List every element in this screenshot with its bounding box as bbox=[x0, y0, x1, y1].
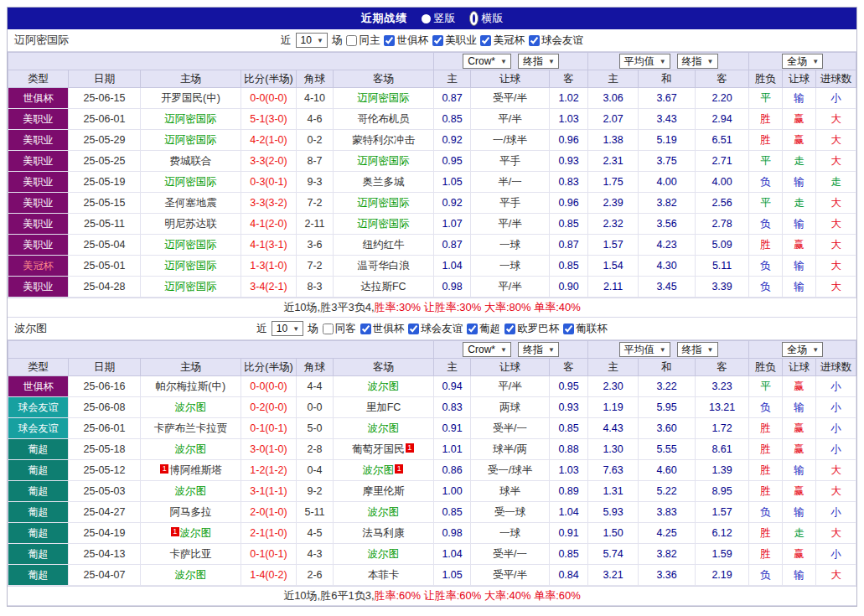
filter-league-2-checkbox[interactable] bbox=[480, 35, 491, 46]
team-link[interactable]: 开罗国民(中) bbox=[161, 92, 220, 104]
team-link[interactable]: 迈阿密国际 bbox=[357, 218, 410, 230]
bookmaker-select[interactable]: Crow*▼ bbox=[463, 342, 511, 357]
scope-select[interactable]: 全场▼ bbox=[782, 54, 823, 69]
team-link[interactable]: 明尼苏达联 bbox=[164, 218, 217, 230]
team-link[interactable]: 里加FC bbox=[366, 401, 401, 413]
team-link[interactable]: 迈阿密国际 bbox=[357, 155, 410, 167]
filter-league-2[interactable]: 葡超 bbox=[467, 322, 500, 336]
result-wdl-cell: 胜 bbox=[749, 481, 783, 502]
team-link[interactable]: 迈阿密国际 bbox=[164, 239, 217, 251]
avg-draw-cell: 5.19 bbox=[639, 130, 696, 151]
filter-same-venue-checkbox[interactable] bbox=[346, 35, 357, 46]
odds-stage-select-2[interactable]: 终指▼ bbox=[677, 342, 718, 357]
average-select[interactable]: 平均值▼ bbox=[619, 54, 670, 69]
results-table: Crow*▼ 终指▼ 平均值▼ 终指▼ 全场▼ bbox=[8, 52, 856, 298]
filter-league-1-checkbox[interactable] bbox=[432, 35, 443, 46]
filter-league-1-checkbox[interactable] bbox=[408, 324, 419, 334]
col-avg-draw: 和 bbox=[639, 359, 696, 376]
filter-league-0-checkbox[interactable] bbox=[360, 324, 371, 334]
score-cell: 4-1(2-0) bbox=[241, 214, 297, 235]
team-link[interactable]: 迈阿密国际 bbox=[164, 260, 217, 272]
team-link[interactable]: 迈阿密国际 bbox=[164, 176, 217, 188]
filter-league-4-checkbox[interactable] bbox=[563, 324, 574, 334]
filter-league-0-checkbox[interactable] bbox=[384, 35, 395, 46]
result-goals-cell: 大 bbox=[816, 277, 856, 298]
team-link[interactable]: 阿马多拉 bbox=[170, 506, 212, 518]
filter-same-venue[interactable]: 同主 bbox=[346, 34, 380, 48]
team-link[interactable]: 波尔图 bbox=[175, 401, 207, 413]
filter-league-0[interactable]: 世俱杯 bbox=[360, 322, 405, 336]
home-team-cell: 卡萨布兰卡拉贾 bbox=[141, 418, 241, 439]
filter-league-3[interactable]: 球会友谊 bbox=[529, 34, 583, 48]
bookmaker-select[interactable]: Crow*▼ bbox=[463, 54, 511, 69]
bookmaker-odds-header: Crow*▼ 终指▼ bbox=[434, 341, 588, 359]
filter-league-2-checkbox[interactable] bbox=[467, 324, 478, 334]
team-link[interactable]: 波尔图 bbox=[368, 506, 400, 518]
corner-cell: 0-0 bbox=[297, 397, 334, 418]
corner-cell: 5-11 bbox=[297, 502, 334, 523]
team-link[interactable]: 葡萄牙国民 bbox=[352, 443, 405, 455]
odds-stage-select[interactable]: 终指▼ bbox=[518, 342, 559, 357]
layout-radio-horizontal[interactable]: 横版 bbox=[469, 11, 504, 26]
filter-same-venue-checkbox[interactable] bbox=[323, 324, 334, 334]
match-row: 葡超25-04-27阿马多拉2-0(1-0)5-11波尔图0.85受一球1.04… bbox=[8, 502, 856, 523]
team-link[interactable]: 波尔图 bbox=[363, 464, 395, 476]
filter-league-2-label: 美冠杯 bbox=[493, 34, 525, 48]
team-link[interactable]: 温哥华白浪 bbox=[357, 260, 410, 272]
team-link[interactable]: 费城联合 bbox=[170, 155, 212, 167]
filter-league-1[interactable]: 球会友谊 bbox=[408, 322, 463, 336]
team-link[interactable]: 卡萨布兰卡拉贾 bbox=[154, 422, 228, 434]
avg-draw-cell: 3.83 bbox=[639, 502, 696, 523]
team-link[interactable]: 波尔图 bbox=[175, 443, 207, 455]
recent-count-select[interactable]: 10▼ bbox=[296, 33, 328, 48]
team-link[interactable]: 波尔图 bbox=[368, 422, 400, 434]
filter-league-3[interactable]: 欧罗巴杯 bbox=[504, 322, 559, 336]
team-link[interactable]: 法马利康 bbox=[363, 527, 405, 539]
recent-count-select[interactable]: 10▼ bbox=[272, 321, 303, 336]
handicap-cell: 平/半 bbox=[471, 277, 550, 298]
match-row: 葡超25-05-03波尔图3-1(1-1)9-2摩里伦斯1.00球半0.891.… bbox=[8, 481, 856, 502]
filter-league-1[interactable]: 美职业 bbox=[432, 34, 477, 48]
odds-stage-select[interactable]: 终指▼ bbox=[518, 54, 559, 69]
team-link[interactable]: 迈阿密国际 bbox=[164, 134, 217, 146]
league-cell: 世俱杯 bbox=[8, 376, 69, 397]
average-select-value: 平均值 bbox=[624, 343, 654, 357]
team-link[interactable]: 波尔图 bbox=[175, 569, 207, 581]
team-link[interactable]: 帕尔梅拉斯(中) bbox=[156, 380, 225, 392]
filter-league-2[interactable]: 美冠杯 bbox=[480, 34, 525, 48]
col-avg-away: 客 bbox=[696, 70, 749, 88]
average-select[interactable]: 平均值▼ bbox=[619, 342, 670, 357]
team-link[interactable]: 圣何塞地震 bbox=[164, 197, 217, 209]
team-link[interactable]: 迈阿密国际 bbox=[357, 197, 410, 209]
filter-league-3-checkbox[interactable] bbox=[504, 324, 515, 334]
match-row: 葡超25-04-191波尔图2-1(1-0)4-5法马利康0.98一球0.911… bbox=[8, 523, 856, 544]
corner-cell: 4-3 bbox=[297, 544, 334, 565]
filter-same-venue[interactable]: 同客 bbox=[323, 322, 356, 336]
filter-league-0[interactable]: 世俱杯 bbox=[384, 34, 428, 48]
layout-radio-vertical[interactable]: 竖版 bbox=[422, 11, 456, 26]
result-wdl-cell: 胜 bbox=[749, 109, 783, 130]
filter-same-venue-label: 同客 bbox=[335, 322, 356, 336]
team-link[interactable]: 迈阿密国际 bbox=[357, 92, 410, 104]
team-link[interactable]: 波尔图 bbox=[180, 527, 212, 539]
filter-league-4[interactable]: 葡联杯 bbox=[563, 322, 608, 336]
team-link[interactable]: 波尔图 bbox=[368, 548, 400, 560]
filter-league-3-checkbox[interactable] bbox=[529, 35, 540, 46]
team-link[interactable]: 本菲卡 bbox=[368, 569, 400, 581]
league-cell: 美职业 bbox=[8, 214, 69, 235]
odds-stage-select-2[interactable]: 终指▼ bbox=[677, 54, 718, 69]
team-link[interactable]: 摩里伦斯 bbox=[363, 485, 405, 497]
team-link[interactable]: 卡萨比亚 bbox=[170, 548, 212, 560]
team-link[interactable]: 奥兰多城 bbox=[363, 176, 405, 188]
team-link[interactable]: 迈阿密国际 bbox=[164, 281, 217, 292]
away-team-cell: 迈阿密国际 bbox=[334, 193, 434, 214]
team-link[interactable]: 哥伦布机员 bbox=[357, 113, 410, 125]
team-link[interactable]: 波尔图 bbox=[368, 380, 400, 392]
scope-select[interactable]: 全场▼ bbox=[782, 342, 823, 357]
team-link[interactable]: 博阿维斯塔 bbox=[169, 464, 222, 476]
team-link[interactable]: 蒙特利尔冲击 bbox=[352, 134, 415, 146]
team-link[interactable]: 波尔图 bbox=[175, 485, 207, 497]
team-link[interactable]: 迈阿密国际 bbox=[164, 113, 217, 125]
team-link[interactable]: 纽约红牛 bbox=[363, 239, 405, 251]
team-link[interactable]: 达拉斯FC bbox=[360, 281, 406, 292]
